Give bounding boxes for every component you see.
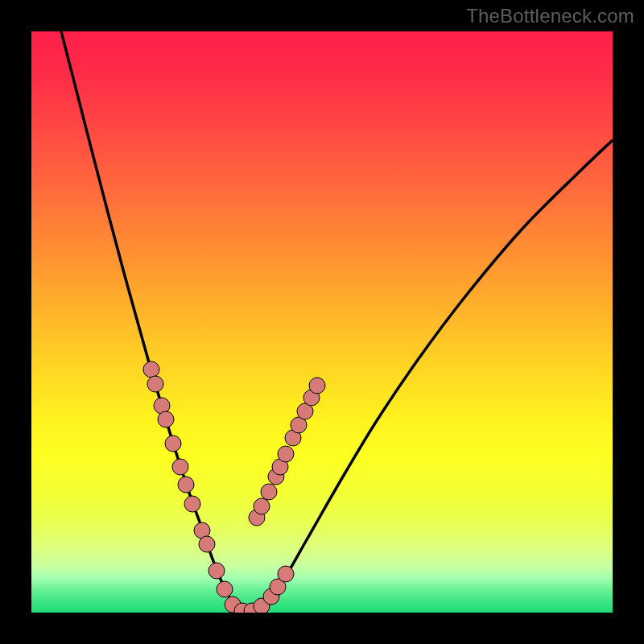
data-marker: [184, 496, 200, 512]
data-marker: [254, 498, 270, 514]
data-marker: [217, 581, 233, 597]
marker-group: [143, 361, 325, 613]
chart-frame: TheBottleneck.com: [0, 0, 644, 644]
data-marker: [165, 436, 181, 452]
data-marker: [261, 484, 277, 500]
data-marker: [178, 477, 194, 493]
data-marker: [208, 563, 225, 579]
watermark-text: TheBottleneck.com: [466, 5, 634, 27]
data-marker: [147, 376, 163, 392]
data-marker: [199, 536, 215, 552]
data-marker: [143, 361, 159, 378]
data-marker: [278, 566, 294, 582]
curve-line: [61, 31, 613, 613]
data-marker: [158, 411, 174, 427]
data-marker: [172, 459, 188, 475]
chart-overlay: [31, 31, 613, 613]
plot-area: [31, 31, 613, 613]
data-marker: [309, 378, 325, 394]
data-marker: [278, 446, 294, 462]
